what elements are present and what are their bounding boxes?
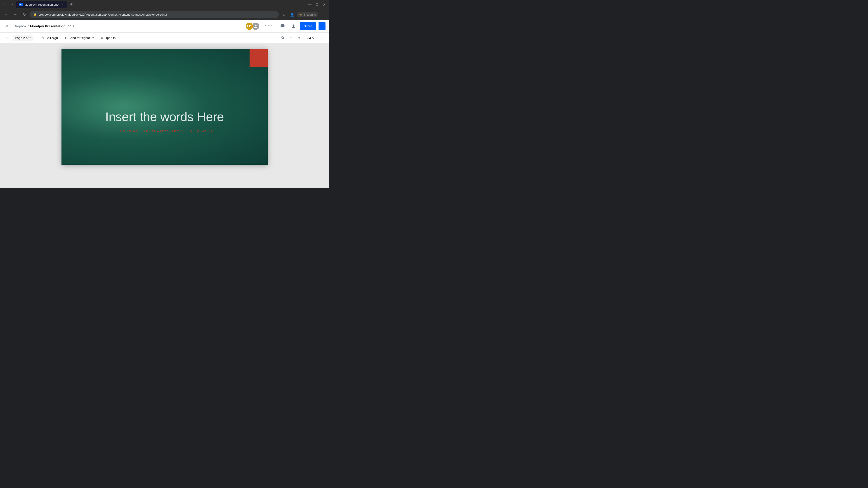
share-button[interactable]: Share xyxy=(300,22,316,30)
open-in-button[interactable]: ⧉ Open in xyxy=(98,35,123,41)
svg-rect-3 xyxy=(7,39,9,39)
file-type-badge: PPTX xyxy=(67,24,75,28)
maximize-button[interactable]: □ xyxy=(314,1,320,8)
breadcrumb-separator: / xyxy=(28,24,29,28)
search-toggle-button[interactable] xyxy=(279,34,287,41)
tab-title: Moodjoy Presentation.pptx xyxy=(24,3,59,6)
tab-forward-button[interactable]: › xyxy=(9,1,16,8)
open-in-icon: ⧉ xyxy=(101,36,103,40)
slide-area: Insert the words Here THIS IS AN EXPLANA… xyxy=(0,43,329,188)
page-indicator[interactable]: Page 2 of 2 xyxy=(13,35,33,41)
page-counter: 1 of 1 xyxy=(265,24,273,28)
self-sign-label: Self-sign xyxy=(46,36,58,40)
toolbar-right: − + 84% xyxy=(279,34,326,41)
browser-chrome: ‹ › db Moodjoy Presentation.pptx ✕ + — □… xyxy=(0,0,329,20)
incognito-badge: 🥷 Incognito xyxy=(297,12,318,17)
share-dropdown-button[interactable] xyxy=(318,22,326,30)
lock-icon: 🔒 xyxy=(33,13,37,16)
bookmark-button[interactable]: ☆ xyxy=(281,11,288,18)
window-controls: — □ ✕ xyxy=(307,1,327,8)
tab-back-button[interactable]: ‹ xyxy=(2,1,8,8)
app-header: × Dropbox / Moodjoy Presentation PPTX LD… xyxy=(0,20,329,33)
self-sign-icon: ✎ xyxy=(41,36,44,40)
reload-button[interactable]: ↻ xyxy=(21,11,28,18)
file-title: Moodjoy Presentation xyxy=(30,24,66,28)
address-bar: ← → ↻ 🔒 ☆ 👤 🥷 Incognito ⋮ xyxy=(0,9,329,20)
send-signature-icon: ➤ xyxy=(64,36,67,40)
url-bar[interactable]: 🔒 xyxy=(30,11,279,18)
zoom-in-icon: + xyxy=(298,35,301,40)
breadcrumb: Dropbox / Moodjoy Presentation PPTX xyxy=(13,24,75,28)
slide-main-text: Insert the words Here xyxy=(61,109,268,124)
user-avatars: LD xyxy=(245,22,260,30)
slide-sub-text: THIS IS AN EXPLANATION ABOUT THE PLANET xyxy=(61,129,268,133)
zoom-in-button[interactable]: + xyxy=(296,34,303,41)
svg-rect-1 xyxy=(7,37,9,37)
browser-menu-button[interactable]: ⋮ xyxy=(319,11,327,18)
zoom-controls: − + 84% xyxy=(287,34,317,41)
svg-rect-2 xyxy=(7,38,9,38)
incognito-label: Incognito xyxy=(304,13,316,16)
url-input[interactable] xyxy=(39,13,275,16)
self-sign-button[interactable]: ✎ Self-sign xyxy=(39,34,60,41)
comment-button[interactable] xyxy=(278,22,287,30)
close-preview-button[interactable]: × xyxy=(4,23,11,30)
page-indicator-text: Page 2 of 2 xyxy=(15,36,31,40)
tab-favicon: db xyxy=(19,3,23,6)
slide-red-rectangle xyxy=(250,49,268,67)
avatar-ld[interactable]: LD xyxy=(245,22,253,30)
sidebar-toggle-button[interactable] xyxy=(4,34,11,41)
download-button[interactable] xyxy=(289,22,298,30)
forward-button[interactable]: → xyxy=(12,11,19,18)
tab-bar: ‹ › db Moodjoy Presentation.pptx ✕ + — □… xyxy=(0,0,329,9)
minimize-button[interactable]: — xyxy=(307,1,313,8)
open-in-label: Open in xyxy=(105,36,116,40)
zoom-out-button[interactable]: − xyxy=(287,34,295,41)
app-content: × Dropbox / Moodjoy Presentation PPTX LD… xyxy=(0,20,329,188)
send-signature-button[interactable]: ➤ Send for signature xyxy=(62,34,96,41)
breadcrumb-home[interactable]: Dropbox xyxy=(13,24,26,28)
toolbar: Page 2 of 2 ✎ Self-sign ➤ Send for signa… xyxy=(0,33,329,43)
zoom-out-icon: − xyxy=(290,35,292,40)
svg-rect-0 xyxy=(6,37,6,39)
send-signature-label: Send for signature xyxy=(68,36,94,40)
slide-background xyxy=(61,49,268,165)
chevron-down-icon xyxy=(117,36,120,39)
close-window-button[interactable]: ✕ xyxy=(321,1,327,8)
toolbar-divider-1 xyxy=(36,35,36,41)
active-tab[interactable]: db Moodjoy Presentation.pptx ✕ xyxy=(16,1,67,8)
zoom-value[interactable]: 84% xyxy=(304,35,317,41)
incognito-icon: 🥷 xyxy=(299,13,303,16)
slide-container: Insert the words Here THIS IS AN EXPLANA… xyxy=(61,49,268,165)
fullscreen-button[interactable] xyxy=(318,34,326,41)
tab-close-button[interactable]: ✕ xyxy=(61,3,65,6)
back-button[interactable]: ← xyxy=(3,11,10,18)
profile-button[interactable]: 👤 xyxy=(289,11,296,18)
new-tab-button[interactable]: + xyxy=(68,1,74,8)
address-actions: ☆ 👤 🥷 Incognito ⋮ xyxy=(281,11,327,18)
